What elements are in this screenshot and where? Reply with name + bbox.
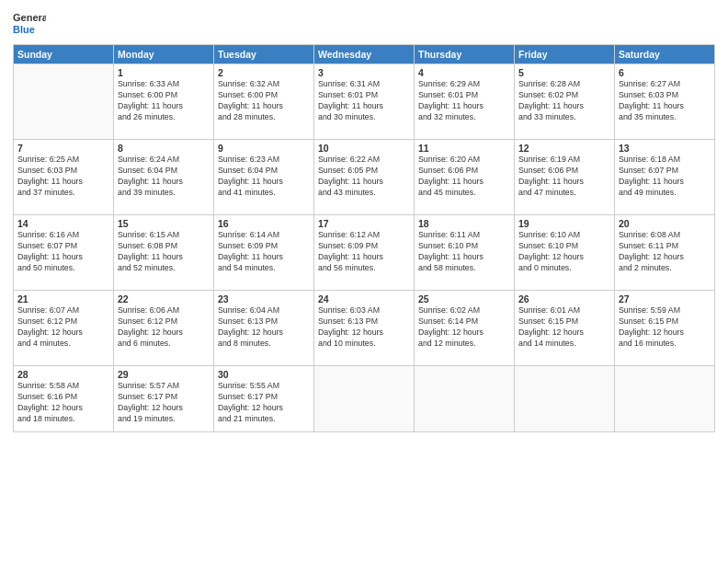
day-info: Sunrise: 6:02 AM Sunset: 6:14 PM Dayligh… — [418, 305, 510, 350]
calendar: SundayMondayTuesdayWednesdayThursdayFrid… — [13, 44, 715, 432]
day-header-saturday: Saturday — [615, 45, 715, 64]
day-info: Sunrise: 6:15 AM Sunset: 6:08 PM Dayligh… — [118, 230, 210, 274]
day-number: 9 — [218, 143, 310, 154]
day-info: Sunrise: 6:01 AM Sunset: 6:15 PM Dayligh… — [518, 305, 610, 350]
calendar-cell: 12Sunrise: 6:19 AM Sunset: 6:06 PM Dayli… — [515, 140, 615, 215]
day-number: 24 — [318, 293, 410, 304]
calendar-cell — [615, 366, 715, 432]
week-row-3: 14Sunrise: 6:16 AM Sunset: 6:07 PM Dayli… — [14, 215, 715, 291]
day-number: 2 — [218, 67, 310, 78]
week-row-4: 21Sunrise: 6:07 AM Sunset: 6:12 PM Dayli… — [14, 291, 715, 366]
calendar-cell: 27Sunrise: 5:59 AM Sunset: 6:15 PM Dayli… — [615, 291, 715, 366]
day-info: Sunrise: 6:25 AM Sunset: 6:03 PM Dayligh… — [17, 155, 109, 199]
day-number: 6 — [619, 67, 711, 78]
calendar-cell: 22Sunrise: 6:06 AM Sunset: 6:12 PM Dayli… — [114, 291, 214, 366]
day-info: Sunrise: 6:33 AM Sunset: 6:00 PM Dayligh… — [118, 79, 210, 123]
day-info: Sunrise: 6:28 AM Sunset: 6:02 PM Dayligh… — [518, 79, 610, 123]
day-number: 29 — [118, 369, 210, 380]
day-number: 19 — [518, 218, 610, 229]
calendar-cell: 9Sunrise: 6:23 AM Sunset: 6:04 PM Daylig… — [214, 140, 314, 215]
day-info: Sunrise: 6:07 AM Sunset: 6:12 PM Dayligh… — [17, 305, 109, 350]
calendar-cell — [415, 366, 515, 432]
day-info: Sunrise: 6:29 AM Sunset: 6:01 PM Dayligh… — [418, 79, 510, 123]
header: General Blue — [13, 9, 715, 39]
calendar-cell: 21Sunrise: 6:07 AM Sunset: 6:12 PM Dayli… — [14, 291, 114, 366]
day-info: Sunrise: 6:08 AM Sunset: 6:11 PM Dayligh… — [619, 230, 711, 274]
calendar-cell: 17Sunrise: 6:12 AM Sunset: 6:09 PM Dayli… — [314, 215, 415, 291]
calendar-cell: 5Sunrise: 6:28 AM Sunset: 6:02 PM Daylig… — [515, 64, 615, 140]
calendar-cell: 13Sunrise: 6:18 AM Sunset: 6:07 PM Dayli… — [615, 140, 715, 215]
logo: General Blue — [13, 9, 46, 39]
day-info: Sunrise: 6:31 AM Sunset: 6:01 PM Dayligh… — [318, 79, 410, 123]
day-info: Sunrise: 6:14 AM Sunset: 6:09 PM Dayligh… — [218, 230, 310, 274]
day-number: 18 — [418, 218, 510, 229]
day-number: 1 — [118, 67, 210, 78]
day-number: 25 — [418, 293, 510, 304]
day-header-friday: Friday — [515, 45, 615, 64]
day-number: 30 — [218, 369, 310, 380]
calendar-cell: 28Sunrise: 5:58 AM Sunset: 6:16 PM Dayli… — [14, 366, 114, 432]
day-info: Sunrise: 6:32 AM Sunset: 6:00 PM Dayligh… — [218, 79, 310, 123]
day-number: 13 — [619, 143, 711, 154]
week-row-5: 28Sunrise: 5:58 AM Sunset: 6:16 PM Dayli… — [14, 366, 715, 432]
calendar-cell: 16Sunrise: 6:14 AM Sunset: 6:09 PM Dayli… — [214, 215, 314, 291]
calendar-cell: 20Sunrise: 6:08 AM Sunset: 6:11 PM Dayli… — [615, 215, 715, 291]
calendar-cell: 1Sunrise: 6:33 AM Sunset: 6:00 PM Daylig… — [114, 64, 214, 140]
day-number: 11 — [418, 143, 510, 154]
day-info: Sunrise: 6:20 AM Sunset: 6:06 PM Dayligh… — [418, 155, 510, 199]
calendar-cell: 30Sunrise: 5:55 AM Sunset: 6:17 PM Dayli… — [214, 366, 314, 432]
day-number: 22 — [118, 293, 210, 304]
day-info: Sunrise: 5:55 AM Sunset: 6:17 PM Dayligh… — [218, 381, 310, 425]
calendar-cell: 25Sunrise: 6:02 AM Sunset: 6:14 PM Dayli… — [415, 291, 515, 366]
page: General Blue SundayMondayTuesdayWednesda… — [0, 0, 728, 563]
calendar-cell: 3Sunrise: 6:31 AM Sunset: 6:01 PM Daylig… — [314, 64, 415, 140]
calendar-cell: 8Sunrise: 6:24 AM Sunset: 6:04 PM Daylig… — [114, 140, 214, 215]
day-info: Sunrise: 6:10 AM Sunset: 6:10 PM Dayligh… — [518, 230, 610, 274]
day-number: 15 — [118, 218, 210, 229]
day-number: 21 — [17, 293, 109, 304]
calendar-cell: 15Sunrise: 6:15 AM Sunset: 6:08 PM Dayli… — [114, 215, 214, 291]
day-number: 26 — [518, 293, 610, 304]
day-header-tuesday: Tuesday — [214, 45, 314, 64]
calendar-cell: 10Sunrise: 6:22 AM Sunset: 6:05 PM Dayli… — [314, 140, 415, 215]
calendar-cell: 4Sunrise: 6:29 AM Sunset: 6:01 PM Daylig… — [415, 64, 515, 140]
day-info: Sunrise: 6:27 AM Sunset: 6:03 PM Dayligh… — [619, 79, 711, 123]
calendar-cell — [314, 366, 415, 432]
day-info: Sunrise: 5:58 AM Sunset: 6:16 PM Dayligh… — [17, 381, 109, 425]
logo-svg: General Blue — [13, 9, 46, 39]
calendar-cell: 7Sunrise: 6:25 AM Sunset: 6:03 PM Daylig… — [14, 140, 114, 215]
day-info: Sunrise: 6:04 AM Sunset: 6:13 PM Dayligh… — [218, 305, 310, 350]
day-info: Sunrise: 6:16 AM Sunset: 6:07 PM Dayligh… — [17, 230, 109, 274]
calendar-cell: 26Sunrise: 6:01 AM Sunset: 6:15 PM Dayli… — [515, 291, 615, 366]
day-number: 16 — [218, 218, 310, 229]
day-number: 27 — [619, 293, 711, 304]
calendar-cell: 18Sunrise: 6:11 AM Sunset: 6:10 PM Dayli… — [415, 215, 515, 291]
day-number: 4 — [418, 67, 510, 78]
day-number: 10 — [318, 143, 410, 154]
calendar-cell: 6Sunrise: 6:27 AM Sunset: 6:03 PM Daylig… — [615, 64, 715, 140]
day-number: 20 — [619, 218, 711, 229]
day-info: Sunrise: 5:57 AM Sunset: 6:17 PM Dayligh… — [118, 381, 210, 425]
day-info: Sunrise: 6:24 AM Sunset: 6:04 PM Dayligh… — [118, 155, 210, 199]
calendar-cell: 24Sunrise: 6:03 AM Sunset: 6:13 PM Dayli… — [314, 291, 415, 366]
day-info: Sunrise: 6:23 AM Sunset: 6:04 PM Dayligh… — [218, 155, 310, 199]
day-number: 23 — [218, 293, 310, 304]
calendar-cell — [14, 64, 114, 140]
calendar-cell: 2Sunrise: 6:32 AM Sunset: 6:00 PM Daylig… — [214, 64, 314, 140]
day-number: 17 — [318, 218, 410, 229]
day-info: Sunrise: 6:18 AM Sunset: 6:07 PM Dayligh… — [619, 155, 711, 199]
day-number: 14 — [17, 218, 109, 229]
day-info: Sunrise: 5:59 AM Sunset: 6:15 PM Dayligh… — [619, 305, 711, 350]
day-info: Sunrise: 6:12 AM Sunset: 6:09 PM Dayligh… — [318, 230, 410, 274]
day-number: 28 — [17, 369, 109, 380]
day-header-thursday: Thursday — [415, 45, 515, 64]
calendar-cell: 11Sunrise: 6:20 AM Sunset: 6:06 PM Dayli… — [415, 140, 515, 215]
calendar-cell: 14Sunrise: 6:16 AM Sunset: 6:07 PM Dayli… — [14, 215, 114, 291]
day-info: Sunrise: 6:11 AM Sunset: 6:10 PM Dayligh… — [418, 230, 510, 274]
calendar-cell: 19Sunrise: 6:10 AM Sunset: 6:10 PM Dayli… — [515, 215, 615, 291]
day-info: Sunrise: 6:19 AM Sunset: 6:06 PM Dayligh… — [518, 155, 610, 199]
week-row-2: 7Sunrise: 6:25 AM Sunset: 6:03 PM Daylig… — [14, 140, 715, 215]
day-header-monday: Monday — [114, 45, 214, 64]
day-header-wednesday: Wednesday — [314, 45, 415, 64]
calendar-cell: 29Sunrise: 5:57 AM Sunset: 6:17 PM Dayli… — [114, 366, 214, 432]
